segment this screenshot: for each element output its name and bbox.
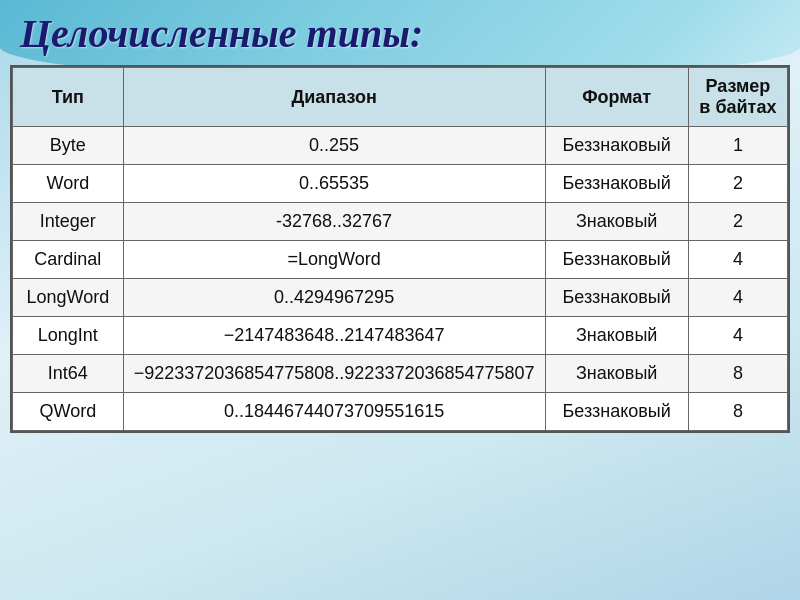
table-row: Integer-32768..32767Знаковый2 (13, 203, 788, 241)
cell-size: 8 (688, 355, 787, 393)
table-row: QWord0..18446744073709551615Беззнаковый8 (13, 393, 788, 431)
page-title: Целочисленные типы: (0, 0, 800, 65)
cell-size: 8 (688, 393, 787, 431)
cell-type: Integer (13, 203, 124, 241)
cell-range: 0..65535 (123, 165, 545, 203)
cell-size: 2 (688, 165, 787, 203)
cell-size: 1 (688, 127, 787, 165)
cell-range: 0..255 (123, 127, 545, 165)
cell-range: =LongWord (123, 241, 545, 279)
cell-range: −2147483648..2147483647 (123, 317, 545, 355)
col-header-range: Диапазон (123, 68, 545, 127)
cell-type: QWord (13, 393, 124, 431)
cell-type: Word (13, 165, 124, 203)
cell-type: Int64 (13, 355, 124, 393)
cell-size: 4 (688, 241, 787, 279)
col-header-type: Тип (13, 68, 124, 127)
col-header-size: Размер в байтах (688, 68, 787, 127)
cell-size: 4 (688, 279, 787, 317)
cell-format: Беззнаковый (545, 241, 688, 279)
cell-format: Беззнаковый (545, 279, 688, 317)
cell-range: −9223372036854775808..922337203685477580… (123, 355, 545, 393)
table-row: Int64−9223372036854775808..9223372036854… (13, 355, 788, 393)
data-table-container: Тип Диапазон Формат Размер в байтах Byte… (10, 65, 790, 433)
cell-format: Беззнаковый (545, 127, 688, 165)
cell-type: Cardinal (13, 241, 124, 279)
cell-size: 4 (688, 317, 787, 355)
cell-format: Знаковый (545, 355, 688, 393)
table-row: Cardinal=LongWordБеззнаковый4 (13, 241, 788, 279)
table-row: LongWord0..4294967295Беззнаковый4 (13, 279, 788, 317)
cell-type: LongInt (13, 317, 124, 355)
cell-format: Беззнаковый (545, 165, 688, 203)
integer-types-table: Тип Диапазон Формат Размер в байтах Byte… (12, 67, 788, 431)
cell-range: 0..4294967295 (123, 279, 545, 317)
table-row: LongInt−2147483648..2147483647Знаковый4 (13, 317, 788, 355)
table-header-row: Тип Диапазон Формат Размер в байтах (13, 68, 788, 127)
table-row: Word0..65535Беззнаковый2 (13, 165, 788, 203)
table-row: Byte0..255Беззнаковый1 (13, 127, 788, 165)
cell-size: 2 (688, 203, 787, 241)
cell-type: LongWord (13, 279, 124, 317)
col-header-format: Формат (545, 68, 688, 127)
cell-format: Знаковый (545, 203, 688, 241)
cell-type: Byte (13, 127, 124, 165)
cell-format: Знаковый (545, 317, 688, 355)
cell-range: -32768..32767 (123, 203, 545, 241)
cell-range: 0..18446744073709551615 (123, 393, 545, 431)
cell-format: Беззнаковый (545, 393, 688, 431)
